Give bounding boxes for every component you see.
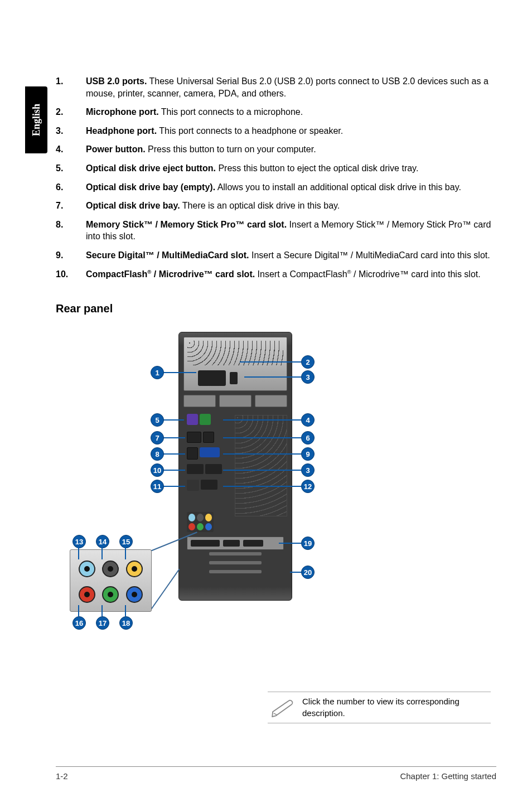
callout-16[interactable]: 16 bbox=[72, 616, 86, 630]
language-tab: English bbox=[25, 86, 47, 153]
leader-line bbox=[244, 376, 301, 378]
item-body: Insert a Secure Digital™ / MultiMediaCar… bbox=[249, 250, 490, 260]
callout-6[interactable]: 6 bbox=[301, 431, 315, 445]
leader-line bbox=[290, 572, 301, 573]
leader-line bbox=[223, 486, 301, 487]
note-box: Click the number to view its correspondi… bbox=[268, 692, 491, 723]
item-text: Headphone port. This port connects to a … bbox=[86, 125, 496, 137]
gfx-vga bbox=[243, 540, 263, 547]
callout-15[interactable]: 15 bbox=[119, 535, 133, 548]
leader-line bbox=[223, 419, 301, 421]
callout-3[interactable]: 3 bbox=[301, 370, 315, 384]
audio-jack-block bbox=[187, 512, 214, 532]
item-number: 5. bbox=[56, 162, 86, 175]
chassis-vent bbox=[235, 415, 287, 516]
item-body: Press this button to turn on your comput… bbox=[146, 144, 316, 154]
note-text: Click the number to view its correspondi… bbox=[299, 696, 491, 719]
callout-11[interactable]: 11 bbox=[151, 480, 164, 493]
callout-17[interactable]: 17 bbox=[96, 616, 109, 630]
item-text: Memory Stick™ / Memory Stick Pro™ card s… bbox=[86, 219, 496, 243]
leader-line bbox=[163, 470, 185, 471]
jack-green bbox=[102, 586, 119, 603]
callout-8[interactable]: 8 bbox=[151, 447, 164, 461]
item-lead: Power button. bbox=[86, 144, 146, 154]
audio-zoom-panel bbox=[70, 549, 152, 612]
jack-yellow bbox=[126, 561, 143, 577]
optical-spdif bbox=[203, 432, 214, 443]
ps2-keyboard-port bbox=[187, 414, 198, 425]
item-body: Press this button to eject the optical d… bbox=[216, 163, 418, 173]
item-number: 7. bbox=[56, 200, 86, 212]
item-text: Power button. Press this button to turn … bbox=[86, 143, 496, 156]
list-item: 1. USB 2.0 ports. These Universal Serial… bbox=[56, 75, 496, 99]
item-number: 9. bbox=[56, 249, 86, 262]
item-text: Microphone port. This port connects to a… bbox=[86, 106, 496, 118]
vga-port bbox=[200, 447, 220, 457]
callout-14[interactable]: 14 bbox=[96, 535, 109, 548]
item-body: These Universal Serial Bus 2.0 (USB 2.0)… bbox=[86, 76, 489, 98]
callout-9[interactable]: 9 bbox=[301, 447, 315, 461]
rear-panel-diagram: 1 5 7 8 10 11 2 3 4 6 9 3 bbox=[56, 332, 496, 633]
item-lead: Optical disk drive bay (empty). bbox=[86, 182, 215, 192]
item-body-html: Insert a CompactFlash® / Microdrive™ car… bbox=[255, 269, 481, 279]
leader-line bbox=[279, 543, 301, 544]
item-number: 3. bbox=[56, 125, 86, 137]
item-text: Optical disk drive bay (empty). Allows y… bbox=[86, 181, 496, 194]
item-body: Allows you to install an additional opti… bbox=[215, 182, 461, 192]
hdmi-port bbox=[187, 432, 201, 443]
leader-line bbox=[125, 605, 126, 616]
graphics-card bbox=[187, 537, 284, 550]
list-item: 3. Headphone port. This port connects to… bbox=[56, 125, 496, 137]
usb-pair bbox=[205, 464, 222, 474]
list-item: 7. Optical disk drive bay. There is an o… bbox=[56, 200, 496, 212]
leader-line bbox=[163, 453, 185, 455]
leader-line bbox=[163, 486, 185, 487]
callout-19[interactable]: 19 bbox=[301, 537, 315, 550]
item-number: 4. bbox=[56, 143, 86, 156]
callout-18[interactable]: 18 bbox=[119, 616, 133, 630]
ps2-mouse-port bbox=[200, 414, 211, 425]
expansion-slots bbox=[187, 552, 284, 592]
leader-line bbox=[223, 437, 301, 438]
item-body: This port connects to a microphone. bbox=[159, 107, 303, 117]
leader-line bbox=[78, 547, 79, 559]
pencil-note-icon bbox=[268, 696, 299, 719]
leader-line bbox=[101, 605, 103, 616]
list-item: 6. Optical disk drive bay (empty). Allow… bbox=[56, 181, 496, 194]
jack-blue bbox=[126, 586, 143, 603]
page-footer: 1-2 Chapter 1: Getting started bbox=[56, 766, 496, 781]
callout-2[interactable]: 2 bbox=[301, 355, 315, 369]
front-panel-list: 1. USB 2.0 ports. These Universal Serial… bbox=[56, 75, 496, 280]
callout-13[interactable]: 13 bbox=[72, 535, 86, 548]
callout-1[interactable]: 1 bbox=[151, 366, 164, 379]
item-body: This port connects to a headphone or spe… bbox=[157, 126, 343, 136]
callout-12[interactable]: 12 bbox=[301, 480, 315, 493]
callout-3b[interactable]: 3 bbox=[301, 463, 315, 477]
leader-line bbox=[240, 361, 301, 363]
gfx-hdmi bbox=[223, 540, 240, 547]
callout-7[interactable]: 7 bbox=[151, 431, 164, 445]
jack-lightblue bbox=[79, 561, 95, 577]
jack-grey bbox=[102, 561, 119, 577]
callout-20[interactable]: 20 bbox=[301, 566, 315, 579]
leader-line bbox=[163, 437, 185, 438]
item-number: 10. bbox=[56, 268, 86, 281]
callout-10[interactable]: 10 bbox=[151, 463, 164, 477]
leader-line bbox=[223, 470, 301, 471]
list-item: 2. Microphone port. This port connects t… bbox=[56, 106, 496, 118]
item-text: USB 2.0 ports. These Universal Serial Bu… bbox=[86, 75, 496, 99]
usb-pair bbox=[201, 480, 217, 490]
zoom-leader-line bbox=[150, 569, 180, 611]
callout-4[interactable]: 4 bbox=[301, 413, 315, 427]
lan-port bbox=[187, 480, 199, 491]
item-lead: Headphone port. bbox=[86, 126, 157, 136]
dvi-port bbox=[187, 447, 198, 460]
psu-illustration bbox=[183, 337, 287, 391]
callout-5[interactable]: 5 bbox=[151, 413, 164, 427]
leader-line bbox=[101, 547, 103, 559]
item-number: 6. bbox=[56, 181, 86, 194]
gfx-dvi bbox=[191, 540, 220, 547]
list-item: 4. Power button. Press this button to tu… bbox=[56, 143, 496, 156]
item-lead: Secure Digital™ / MultiMediaCard slot. bbox=[86, 250, 249, 260]
item-number: 8. bbox=[56, 219, 86, 243]
